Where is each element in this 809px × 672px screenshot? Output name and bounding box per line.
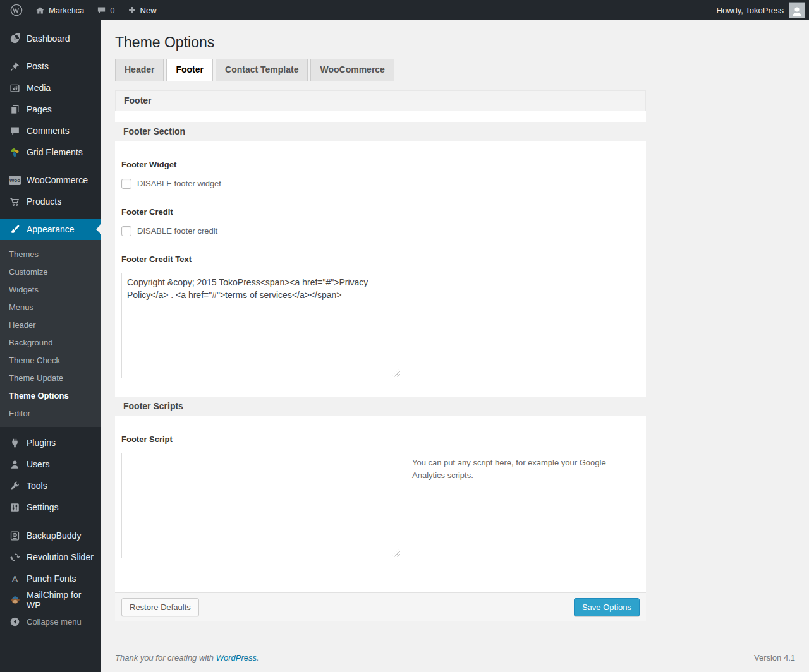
main-content: Theme Options Header Footer Contact Temp… [101,20,809,672]
submenu-item-header[interactable]: Header [0,316,101,333]
sidebar-item-posts[interactable]: Posts [0,56,101,77]
letter-a-icon: A [9,573,21,585]
sidebar-item-label: Pages [27,104,52,114]
sidebar-item-users[interactable]: Users [0,453,101,475]
admin-bar: Marketica 0 New Howdy, TokoPress [0,0,809,20]
footer-script-label: Footer Script [121,435,640,444]
sidebar-item-label: Users [27,459,50,469]
sidebar-item-label: Posts [27,61,49,71]
sidebar-item-tools[interactable]: Tools [0,475,101,496]
account-menu[interactable]: Howdy, TokoPress [717,0,809,20]
sidebar-item-label: Plugins [27,438,56,448]
sidebar-item-label: Settings [27,502,59,512]
sidebar-item-label: Dashboard [27,33,70,44]
dashboard-icon [9,33,21,45]
site-name-link[interactable]: Marketica [29,0,90,20]
submenu-item-theme-options[interactable]: Theme Options [0,387,101,404]
footer-credit-checkbox[interactable] [121,226,131,236]
plus-icon [128,6,137,15]
footer-widget-checkbox-label: DISABLE footer widget [137,179,221,188]
sidebar-item-woocommerce[interactable]: Woo WooCommerce [0,169,101,191]
plug-icon [9,437,21,449]
footer-thanks-text: Thank you for creating with WordPress. [115,653,259,663]
sidebar-item-mailchimp[interactable]: MailChimp for WP [0,589,101,611]
footer-section-fields: Footer Widget DISABLE footer widget Foot… [115,160,646,381]
sidebar-item-comments[interactable]: Comments [0,120,101,141]
section-heading-footer-scripts: Footer Scripts [115,397,646,416]
footer-credit-disable-row: DISABLE footer credit [121,226,640,236]
panel-title: Footer [115,90,646,111]
tab-woocommerce[interactable]: WooCommerce [310,59,394,81]
sidebar-item-products[interactable]: Products [0,191,101,212]
mailchimp-monkey-icon [9,594,21,606]
footer-widget-disable-row: DISABLE footer widget [121,179,640,189]
footer-scripts-fields: Footer Script You can put any script her… [115,435,646,558]
footer-widget-label: Footer Widget [121,160,640,169]
sidebar-item-label: BackupBuddy [27,531,81,541]
sidebar-item-pages[interactable]: Pages [0,99,101,120]
wordpress-logo-button[interactable] [4,0,29,20]
submenu-item-widgets[interactable]: Widgets [0,280,101,298]
home-icon [35,6,45,15]
sidebar-item-media[interactable]: Media [0,77,101,99]
tab-header[interactable]: Header [115,59,164,81]
sidebar-item-plugins[interactable]: Plugins [0,432,101,453]
comments-shortcut[interactable]: 0 [90,0,121,20]
wordpress-logo-icon [10,4,23,16]
woo-icon: Woo [9,174,21,186]
sidebar-item-label: Comments [27,126,70,136]
sidebar-item-backupbuddy[interactable]: BackupBuddy [0,525,101,546]
sidebar-item-label: Appearance [27,224,75,234]
submenu-item-themes[interactable]: Themes [0,245,101,263]
submenu-item-customize[interactable]: Customize [0,263,101,280]
sidebar-item-label: WooCommerce [27,175,88,185]
footer-widget-checkbox[interactable] [121,179,131,189]
sidebar-item-label: Products [27,196,61,207]
footer-credit-text-input[interactable]: Copyright &copy; 2015 TokoPress<span><a … [121,273,401,378]
appearance-submenu: Themes Customize Widgets Menus Header Ba… [0,240,101,427]
brush-icon [9,224,21,236]
media-icon [9,82,21,94]
sidebar-item-label: MailChimp for WP [27,590,96,610]
submenu-item-theme-check[interactable]: Theme Check [0,351,101,369]
theme-options-panel: Footer Footer Section Footer Widget DISA… [115,90,646,621]
footer-script-input[interactable] [121,453,401,558]
version-label: Version 4.1 [754,653,795,663]
restore-defaults-button[interactable]: Restore Defaults [121,598,199,616]
wordpress-link[interactable]: WordPress [216,653,257,663]
settings-icon [9,501,21,513]
submenu-item-background[interactable]: Background [0,333,101,351]
sidebar-item-settings[interactable]: Settings [0,496,101,518]
footer-script-help-text: You can put any script here, for example… [412,457,609,482]
sidebar-item-appearance[interactable]: Appearance [0,219,101,240]
sidebar-item-punch-fonts[interactable]: A Punch Fonts [0,568,101,589]
page-footer: Thank you for creating with WordPress. V… [115,653,795,663]
footer-credit-text-label: Footer Credit Text [121,255,640,264]
tab-contact-template[interactable]: Contact Template [216,59,308,81]
admin-sidebar: Dashboard Posts Media Pages Comments Gri… [0,20,101,672]
admin-bar-left: Marketica 0 New [0,0,163,20]
pin-icon [9,61,21,73]
submenu-item-theme-update[interactable]: Theme Update [0,369,101,387]
collapse-menu-button[interactable]: Collapse menu [0,611,101,632]
footer-credit-checkbox-label: DISABLE footer credit [137,226,217,236]
panel-action-bar: Restore Defaults Save Options [115,592,646,621]
sidebar-item-label: Revolution Slider [27,552,94,562]
section-heading-footer-section: Footer Section [115,122,646,141]
submenu-item-editor[interactable]: Editor [0,404,101,422]
sidebar-item-grid-elements[interactable]: Grid Elements [0,141,101,163]
submenu-item-menus[interactable]: Menus [0,298,101,316]
cart-icon [9,196,21,208]
sidebar-item-dashboard[interactable]: Dashboard [0,28,101,49]
sidebar-item-revolution-slider[interactable]: Revolution Slider [0,546,101,568]
save-options-button[interactable]: Save Options [574,598,640,616]
sidebar-item-label: Tools [27,481,47,491]
grid-elements-icon [9,147,21,159]
howdy-label: Howdy, TokoPress [717,6,784,15]
new-content-button[interactable]: New [121,0,163,20]
backup-drive-icon [9,530,21,542]
collapse-arrow-icon [9,616,21,628]
site-name-label: Marketica [49,6,84,15]
tab-footer[interactable]: Footer [166,59,213,81]
tab-bar: Header Footer Contact Template WooCommer… [115,59,795,81]
